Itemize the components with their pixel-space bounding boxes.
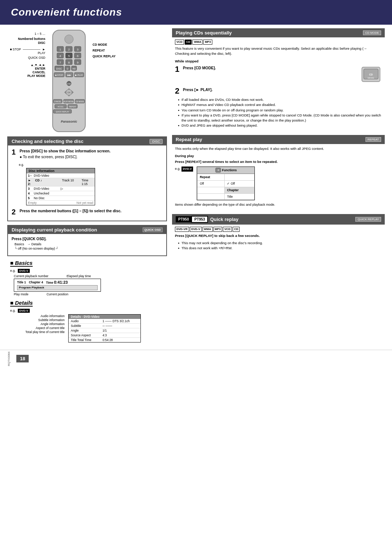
cd-mode-badge: CD MODE <box>363 30 381 35</box>
compat-badges: VCD CD WMA MP3 <box>175 40 382 45</box>
svg-text:▶▶: ▶▶ <box>68 74 71 76</box>
qr-badge-dvdvr: DVD-VR <box>175 227 189 232</box>
checking-disc-section: Checking and selecting the disc DISC 1 P… <box>7 136 167 221</box>
svg-text:9: 9 <box>77 61 79 64</box>
repeat-eg: e.g. <box>175 167 181 171</box>
svg-text:PLAY MODE: PLAY MODE <box>64 100 74 103</box>
svg-text:0: 0 <box>67 67 68 70</box>
disc-row-empty: Empty Not yet read <box>26 201 95 205</box>
quick-replay-press: Press [QUICK REPLAY] to skip back a few … <box>175 233 382 238</box>
details-title: ■ Details <box>10 300 33 307</box>
label-1-5: 1 – 5 … <box>34 32 45 36</box>
qr-bullet-1: This may not work depending on the disc'… <box>178 241 382 246</box>
svg-text:6: 6 <box>77 54 79 58</box>
badge-vcd: VCD <box>175 40 184 45</box>
svg-text:CD: CD <box>369 73 373 76</box>
repeat-intro: This works only when the elapsed play ti… <box>175 146 382 151</box>
playing-cds-section: Playing CDs sequentially CD MODE VCD CD … <box>172 28 385 131</box>
label-cancel: CANCEL <box>33 70 45 74</box>
bullet-1: If all loaded discs are DVDs, CD Mode do… <box>178 97 382 102</box>
basics-dvd-badge: DVD-V <box>18 269 30 273</box>
disc-row-5: 5 No Disc <box>26 196 95 201</box>
pt950-badge: PT950 <box>176 216 191 222</box>
qr-badge-wma: WMA <box>203 227 213 232</box>
quick-replay-section: PT950 PT953 Quick replay QUICK REPLAY DV… <box>172 214 385 253</box>
svg-text:MODE: MODE <box>368 77 374 79</box>
repeat-note: Items shown differ depending on the type… <box>175 202 382 208</box>
functions-label: Functions <box>222 168 237 173</box>
bullet-3: You cannot turn CD Mode on or off during… <box>178 108 382 113</box>
svg-text:4: 4 <box>60 54 61 58</box>
details-section: ■ Details e.g. DVD-V Audio information S… <box>10 300 164 342</box>
details-header: Details - DVD-Video <box>69 315 140 319</box>
bullet-5: DVD and JPEG are skipped without being p… <box>178 123 382 128</box>
svg-text:5: 5 <box>68 54 70 58</box>
svg-text:▶ PLAY: ▶ PLAY <box>75 74 83 76</box>
playing-step-1: 1 Press [CD MODE]. CD MODE <box>175 65 382 85</box>
repeat-table: ⚙ Functions Repeat Off <box>197 167 255 200</box>
label-quick-osd: QUICK OSD <box>28 56 45 59</box>
playing-step-2: 2 Press [► PLAY]. <box>175 87 382 95</box>
qr-badge-dvdv: DVD-V <box>190 227 202 232</box>
disc-row-3: 3 DVD-Video ▷ <box>26 186 95 191</box>
page-header: Convenient functions <box>0 0 392 25</box>
repeat-play-header: Repeat play REPEAT <box>172 135 385 144</box>
displaying-title: Displaying current playback condition <box>12 227 97 233</box>
svg-text:OSD: OSD <box>67 83 71 85</box>
qr-badge-vcd: VCD <box>223 227 232 232</box>
basics-eg: e.g. <box>10 269 16 272</box>
badge-mp3: MP3 <box>203 40 212 45</box>
svg-text:⚙: ⚙ <box>217 169 219 171</box>
checking-disc-title: Checking and selecting the disc <box>12 139 83 144</box>
badge-wma: WMA <box>192 40 203 45</box>
qr-badge-cd: CD <box>233 227 240 232</box>
basics-title: ■ Basics <box>10 260 33 267</box>
svg-text:CANCEL: CANCEL <box>54 100 62 103</box>
repeat-dvd-badge: DVD-V <box>181 167 193 172</box>
playback-diagram: Current playback number Elapsed play tim… <box>14 274 164 296</box>
displaying-section: Displaying current playback condition QU… <box>7 225 167 256</box>
playing-cds-header: Playing CDs sequentially CD MODE <box>172 28 385 37</box>
step-1: 1 Press [DISC] to show the Disc informat… <box>12 148 163 160</box>
quick-replay-bullets: This may not work depending on the disc'… <box>175 241 382 251</box>
svg-text:3: 3 <box>77 48 79 51</box>
svg-text:H0: H0 <box>73 67 76 70</box>
page-title: Convenient functions <box>11 7 122 18</box>
svg-text:Panasonic: Panasonic <box>61 120 77 123</box>
label-play-mode: PLAY MODE <box>27 74 45 78</box>
label-cd-mode: CD MODE <box>93 43 115 46</box>
repeat-press-text: Press [REPEAT] several times to select a… <box>175 159 382 164</box>
functions-icon: ⚙ <box>215 168 221 173</box>
label-enter: ENTER <box>35 67 45 70</box>
during-play: During play <box>175 153 382 159</box>
svg-text:CD MODE: CD MODE <box>75 100 84 103</box>
quick-replay-compat: DVD-VR DVD-V WMA MP3 VCD CD <box>175 227 382 232</box>
quick-replay-badge: QUICK REPLAY <box>355 217 381 222</box>
svg-text:8: 8 <box>68 61 70 64</box>
label-repeat: REPEAT <box>93 49 115 52</box>
bullet-2: HighMAT menus and Video CD playback cont… <box>178 102 382 107</box>
playing-step2-text: Press [► PLAY]. <box>183 87 213 92</box>
step-2: 2 Press the numbered buttons ([1] – [5])… <box>12 208 163 216</box>
label-quick-replay: QUICK REPLAY <box>93 54 115 58</box>
displaying-header: Displaying current playback condition QU… <box>8 226 166 234</box>
svg-text:■ STOP: ■ STOP <box>55 74 63 76</box>
disc-eg-label: e.g. <box>19 163 24 167</box>
step1-text: Press [DISC] to show the Disc informatio… <box>20 149 110 153</box>
quick-replay-title: Quick replay <box>210 217 238 222</box>
disc-row-1: 1─ DVD-Video <box>26 173 95 178</box>
svg-text:DISC: DISC <box>56 67 62 70</box>
step2-text: Press the numbered buttons ([1] – [5]) t… <box>20 209 122 213</box>
svg-text:1: 1 <box>60 48 61 51</box>
svg-text:7: 7 <box>60 61 61 64</box>
bullet-4: If you want to play a DVD, press [CD MOD… <box>178 113 382 123</box>
remote-illustration: 1 2 3 4 5 6 7 8 <box>49 28 89 134</box>
page-footer: RQTX0064 18 <box>0 350 392 368</box>
svg-point-1 <box>65 35 73 44</box>
disc-info-header: Disc Information <box>26 168 95 173</box>
page-number: 18 <box>16 355 29 362</box>
cd-mode-btn-illustration: CD MODE <box>360 65 382 83</box>
quick-osd-badge: QUICK OSD <box>143 227 163 232</box>
step1-sub: ● To exit the screen, press [DISC]. <box>20 155 78 159</box>
svg-text:QUICK REPLAY: QUICK REPLAY <box>56 111 69 113</box>
